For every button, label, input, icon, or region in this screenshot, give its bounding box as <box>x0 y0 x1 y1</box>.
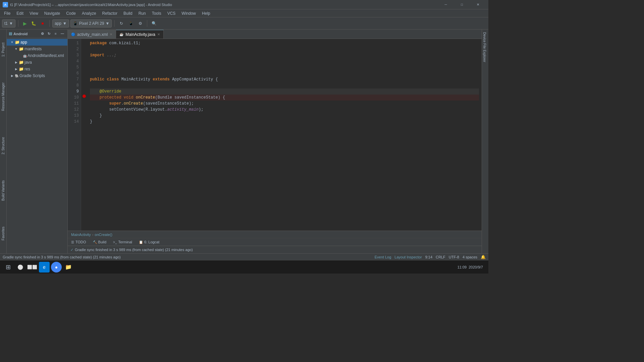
project-tab-label[interactable]: 1: Project <box>1 40 6 59</box>
project-panel-title: Android <box>13 32 28 36</box>
menu-item-navigate[interactable]: Navigate <box>42 10 63 16</box>
avd-button[interactable]: 📱 <box>127 19 135 27</box>
menu-item-view[interactable]: View <box>27 10 41 16</box>
edge-taskbar[interactable]: e <box>39 262 50 273</box>
gutter-10 <box>81 93 87 99</box>
menu-item-analyze[interactable]: Analyze <box>79 10 99 16</box>
menu-item-build[interactable]: Build <box>121 10 135 16</box>
tree-item-app[interactable]: ▼ 📁 app <box>7 39 67 46</box>
app-icon: A <box>3 2 8 7</box>
tree-item-java[interactable]: ▶ 📁 java <box>7 59 67 66</box>
layout-inspector-link[interactable]: Layout Inspector <box>394 255 422 259</box>
tab-logcat-label: 6: Logcat <box>144 240 159 244</box>
tree-label-java: java <box>24 60 32 65</box>
device-file-explorer-tab-label[interactable]: Device File Explorer <box>482 29 488 65</box>
sdk-button[interactable]: ⚙ <box>136 19 144 27</box>
start-button[interactable]: ⊞ <box>3 262 13 273</box>
indent-status[interactable]: 4 spaces <box>463 255 477 259</box>
breadcrumb-main-activity[interactable]: MainActivity <box>71 233 91 237</box>
tab-terminal[interactable]: >_ Terminal <box>110 238 136 246</box>
tree-item-android-manifest[interactable]: ▶ 🤖 AndroidManifest.xml <box>7 52 67 59</box>
tree-arrow-res: ▶ <box>14 67 18 71</box>
tree-item-gradle-scripts[interactable]: ▶ 🐘 Gradle Scripts <box>7 72 67 79</box>
maximize-button[interactable]: □ <box>454 0 470 9</box>
menu-item-window[interactable]: Window <box>179 10 199 16</box>
minimize-button[interactable]: ─ <box>438 0 453 9</box>
line-num-11: 11 <box>68 101 81 107</box>
breadcrumb-sep: › <box>92 233 94 237</box>
tab-main-activity-java[interactable]: ☕ MainActivity.java ✕ <box>116 30 163 39</box>
resource-manager-tab-label[interactable]: Resource Manager <box>1 80 6 114</box>
menu-item-code[interactable]: Code <box>63 10 78 16</box>
encoding-status[interactable]: UTF-8 <box>449 255 459 259</box>
module-dropdown[interactable]: app ▼ <box>52 19 69 27</box>
search-everywhere-button[interactable]: 🔍 <box>150 19 158 27</box>
tab-java-icon: ☕ <box>119 33 123 36</box>
line-col-status[interactable]: 9:14 <box>425 255 432 259</box>
kw-void: void <box>124 95 133 101</box>
status-bar: Gradle sync finished in 3 s 989 ms (from… <box>0 253 488 260</box>
sync-button[interactable]: ↻ <box>117 19 125 27</box>
project-dropdown[interactable]: t1 ▼ <box>2 19 15 27</box>
chrome-taskbar[interactable]: ● <box>51 262 62 273</box>
line-num-1: 1 <box>68 40 81 46</box>
code-content[interactable]: package com.kizai.t1; import ...; <box>87 39 482 231</box>
panel-settings-button[interactable]: ≡ <box>53 31 59 37</box>
code-editor[interactable]: 1 2 3 4 5 6 7 8 9 10 11 12 13 14 <box>68 39 482 231</box>
explorer-taskbar[interactable]: 📁 <box>63 262 74 273</box>
device-dropdown[interactable]: 📱 Pixel 2 API 29 ▼ <box>70 19 112 27</box>
gutter-9 <box>81 87 87 93</box>
device-dropdown-arrow: ▼ <box>106 21 110 26</box>
tab-activity-main-close[interactable]: ✕ <box>110 33 112 36</box>
code-activity-main: activity_main <box>167 107 199 113</box>
breakpoint-dot[interactable] <box>83 95 86 98</box>
menu-item-vcs[interactable]: VCS <box>165 10 178 16</box>
event-log-link[interactable]: Event Log <box>375 255 391 259</box>
favorites-tab-label[interactable]: Favorites <box>1 224 6 243</box>
tab-todo[interactable]: ☰ TODO <box>68 238 90 246</box>
tree-label-manifests: manifests <box>24 47 42 51</box>
menu-item-tools[interactable]: Tools <box>149 10 164 16</box>
structure-tab-label[interactable]: 2: Structure <box>1 134 6 157</box>
line-num-13: 13 <box>68 113 81 119</box>
line-num-9: 9 <box>68 88 81 95</box>
project-label: t1 <box>4 21 8 26</box>
breadcrumb-oncreate[interactable]: onCreate() <box>95 233 112 237</box>
panel-collapse-button[interactable]: — <box>59 31 65 37</box>
menu-item-help[interactable]: Help <box>199 10 213 16</box>
status-right: Event Log Layout Inspector 9:14 CRLF UTF… <box>375 255 486 259</box>
menu-item-run[interactable]: Run <box>136 10 149 16</box>
task-view-button[interactable]: ⬜⬜ <box>27 262 38 273</box>
panel-sync-button[interactable]: ↻ <box>46 31 52 37</box>
tab-build[interactable]: 🔨 Build <box>90 238 110 246</box>
gutter-1 <box>81 39 87 45</box>
run-button[interactable]: ▶ <box>21 19 29 27</box>
menu-item-file[interactable]: File <box>1 10 13 16</box>
kw-package: package <box>90 40 107 46</box>
title-bar-left: A t1 [F:\AndroidProjects\t1] – ...app\sr… <box>3 2 438 7</box>
panel-gear-button[interactable]: ⚙ <box>39 31 45 37</box>
tab-logcat[interactable]: 📋 6: Logcat <box>136 238 163 246</box>
debug-button[interactable]: 🐛 <box>30 19 38 27</box>
tree-arrow-app: ▼ <box>10 41 14 44</box>
search-taskbar-button[interactable]: ⚪ <box>15 262 25 273</box>
toolbar-sep-1 <box>18 20 18 27</box>
tree-icon-app: 📁 <box>15 40 20 45</box>
gradle-sync-status: Gradle sync finished in 3 s 989 ms (from… <box>3 255 121 259</box>
notification-icon[interactable]: 🔔 <box>481 255 486 259</box>
menu-item-refactor[interactable]: Refactor <box>100 10 120 16</box>
menu-item-edit[interactable]: Edit <box>14 10 26 16</box>
tree-item-res[interactable]: ▶ 📁 res <box>7 66 67 72</box>
tree-label-manifest: AndroidManifest.xml <box>28 53 64 58</box>
gutter-11 <box>81 99 87 105</box>
line-ending-status[interactable]: CRLF <box>436 255 445 259</box>
build-variants-tab-label[interactable]: Build Variants <box>1 178 6 203</box>
tab-main-activity-close[interactable]: ✕ <box>157 33 160 36</box>
close-button[interactable]: ✕ <box>470 0 486 9</box>
stop-button[interactable]: ■ <box>39 19 47 27</box>
window-controls[interactable]: ─ □ ✕ <box>438 0 486 9</box>
tab-activity-main-xml[interactable]: 🔵 activity_main.xml ✕ <box>68 30 116 39</box>
terminal-icon: >_ <box>113 240 117 244</box>
annotation-override: @Override <box>100 88 121 95</box>
tree-item-manifests[interactable]: ▼ 📁 manifests <box>7 46 67 52</box>
